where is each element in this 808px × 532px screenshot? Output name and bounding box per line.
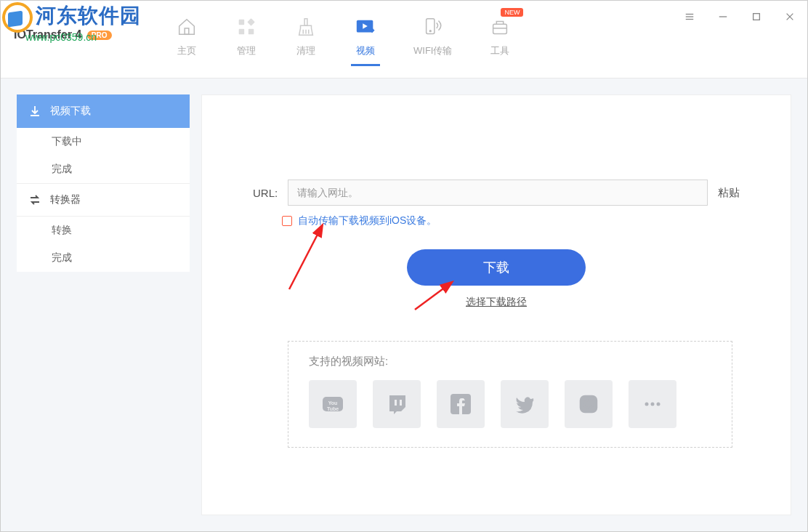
instagram-icon[interactable] [565,380,613,428]
nav-home-label: 主页 [177,44,196,57]
supported-sites-box: 支持的视频网站: YouTube [288,341,732,448]
nav-manage[interactable]: 管理 [235,15,258,65]
minimize-button[interactable] [717,11,729,23]
home-icon [175,15,198,39]
new-badge: NEW [501,8,523,17]
svg-rect-9 [247,18,255,26]
svg-line-37 [415,283,451,310]
clean-icon [294,15,318,39]
sidebar-downloading[interactable]: 下载中 [17,128,190,156]
sidebar-downloading-label: 下载中 [52,135,82,148]
maximize-button[interactable] [751,11,762,23]
nav-clean-label: 清理 [296,44,315,57]
video-icon [354,15,377,39]
svg-rect-20 [493,24,507,33]
sidebar-download-done-label: 完成 [52,163,72,176]
nav-video[interactable]: 视频 [354,15,377,65]
watermark-badge-icon [2,2,33,33]
auto-transfer-row[interactable]: 自动传输下载视频到iOS设备。 [282,214,437,227]
supported-sites-title: 支持的视频网站: [309,355,711,368]
body-area: 视频下载 下载中 完成 转换器 转换 完成 U [1,78,807,531]
svg-rect-11 [249,29,254,35]
svg-point-32 [651,403,655,406]
nav-wifi-label: WIFI传输 [413,44,452,57]
select-path-link[interactable]: 选择下载路径 [466,296,527,309]
sidebar-convert-label: 转换 [52,224,72,237]
auto-transfer-label: 自动传输下载视频到iOS设备。 [298,214,437,227]
url-row: URL: 粘贴 [253,180,740,206]
menu-button[interactable] [684,11,695,23]
svg-rect-26 [400,400,402,406]
url-label: URL: [253,187,278,199]
youtube-icon[interactable]: YouTube [309,380,357,428]
sidebar-converter-label: 转换器 [50,193,81,206]
svg-rect-8 [239,20,245,25]
svg-point-33 [657,403,660,406]
svg-point-19 [429,31,431,32]
nav-manage-label: 管理 [237,44,256,57]
wifi-icon [421,15,445,39]
sidebar-converter[interactable]: 转换器 [17,183,190,217]
watermark-url: www.pc0359.cn [25,31,97,43]
svg-text:Tube: Tube [327,406,339,411]
twitter-icon[interactable] [501,380,549,428]
nav-clean[interactable]: 清理 [294,15,318,65]
sidebar-convert[interactable]: 转换 [17,217,190,244]
svg-rect-12 [304,19,307,25]
svg-rect-4 [754,14,760,20]
download-icon [28,105,41,118]
sidebar-video-download[interactable]: 视频下载 [17,94,190,128]
watermark-logo: 河东软件园 [2,2,141,33]
nav-tools[interactable]: NEW 工具 [488,15,512,65]
manage-icon [235,15,258,39]
titlebar-controls [684,11,796,23]
convert-icon [28,193,41,206]
sidebar: 视频下载 下载中 完成 转换器 转换 完成 [17,94,190,272]
download-button[interactable]: 下载 [407,249,586,286]
sidebar-download-done[interactable]: 完成 [17,156,190,183]
twitch-icon[interactable] [373,380,421,428]
nav-wifi[interactable]: WIFI传输 [413,15,452,65]
svg-point-30 [593,398,595,400]
nav-tools-label: 工具 [490,44,509,57]
main-panel: URL: 粘贴 自动传输下载视频到iOS设备。 下载 选择下载路径 支持的视频网… [201,94,791,515]
top-nav: 主页 管理 清理 视频 WIFI传输 NEW [175,15,512,65]
nav-home[interactable]: 主页 [175,15,198,65]
sidebar-convert-done[interactable]: 完成 [17,244,190,272]
paste-button[interactable]: 粘贴 [718,186,740,200]
watermark-text: 河东软件园 [36,4,141,27]
supported-sites-icons: YouTube [309,380,711,428]
nav-video-label: 视频 [356,44,375,57]
svg-point-31 [645,403,649,406]
annotation-arrow-1 [282,220,333,293]
svg-text:You: You [328,400,338,406]
svg-rect-25 [395,400,397,406]
tools-icon [488,15,512,39]
svg-point-29 [585,400,593,408]
url-input[interactable] [288,180,708,206]
close-button[interactable] [784,11,796,23]
svg-rect-7 [185,28,189,34]
more-icon[interactable] [629,380,676,428]
app-window: 河东软件园 www.pc0359.cn IOTransfer 4 PRO 主页 [0,0,808,532]
sidebar-convert-done-label: 完成 [52,251,72,265]
svg-line-35 [289,226,322,289]
svg-rect-10 [239,29,245,35]
facebook-icon[interactable] [437,380,485,428]
auto-transfer-checkbox[interactable] [282,216,292,226]
sidebar-video-download-label: 视频下载 [50,105,91,118]
